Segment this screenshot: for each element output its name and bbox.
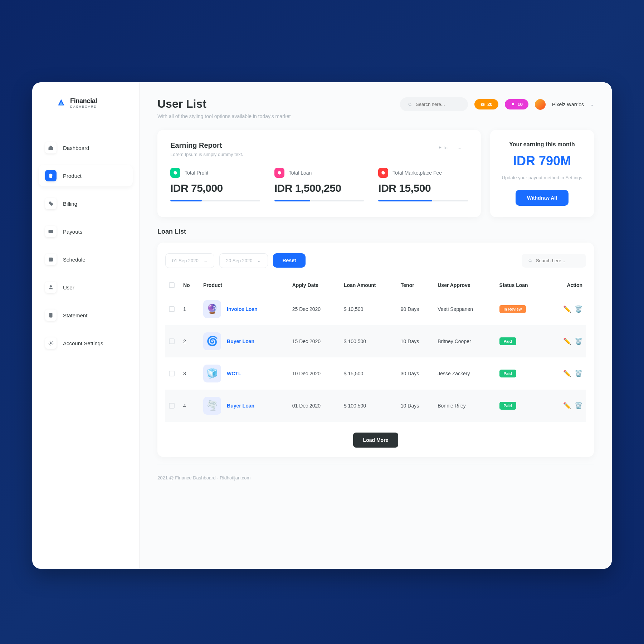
column-header: Action: [548, 277, 586, 293]
cell-no: 1: [180, 293, 200, 325]
metrics: Total ProfitIDR 75,000Total LoanIDR 1,50…: [170, 168, 468, 201]
cell-tenor: 10 Days: [397, 325, 434, 357]
column-header: No: [180, 277, 200, 293]
edit-icon[interactable]: ✏️: [563, 402, 571, 410]
product-name-link[interactable]: Invoice Loan: [227, 306, 258, 312]
gear-icon: [48, 340, 54, 346]
svg-point-10: [50, 342, 52, 344]
edit-icon[interactable]: ✏️: [563, 337, 571, 345]
sidebar: Financial Dashboard DashboardProductBill…: [32, 82, 140, 569]
main-content: User List With all of the styling tool o…: [140, 82, 612, 569]
cell-date: 15 Dec 2020: [289, 325, 340, 357]
metric-total-marketplace-fee: Total Marketplace FeeIDR 15,500: [378, 168, 468, 201]
cell-amount: $ 100,500: [340, 390, 397, 422]
row-checkbox[interactable]: [169, 371, 175, 376]
product-icon: 🌀: [203, 332, 221, 350]
sidebar-item-statement[interactable]: Statement: [39, 304, 133, 326]
row-checkbox[interactable]: [169, 338, 175, 344]
nav-label: User: [63, 284, 74, 291]
mail-badge[interactable]: 20: [474, 99, 498, 109]
product-name-link[interactable]: Buyer Loan: [227, 338, 254, 344]
sidebar-item-account-settings[interactable]: Account Settings: [39, 332, 133, 354]
row-checkbox[interactable]: [169, 306, 175, 312]
column-header: Tenor: [397, 277, 434, 293]
date-from-input[interactable]: 01 Sep 2020⌄: [165, 253, 214, 268]
metric-total-loan: Total LoanIDR 1,500,250: [274, 168, 364, 201]
withdraw-button[interactable]: Withdraw All: [516, 190, 569, 206]
metric-icon: [274, 168, 284, 178]
page-header: User List With all of the styling tool o…: [157, 97, 594, 119]
cell-tenor: 10 Days: [397, 390, 434, 422]
svg-rect-4: [49, 258, 53, 261]
cell-amount: $ 100,500: [340, 325, 397, 357]
chevron-down-icon[interactable]: ⌄: [590, 102, 594, 107]
sidebar-item-payouts[interactable]: Payouts: [39, 221, 133, 242]
wallet-icon: [48, 229, 54, 234]
sidebar-item-product[interactable]: Product: [39, 165, 133, 186]
delete-icon[interactable]: 🗑️: [575, 305, 582, 313]
edit-icon[interactable]: ✏️: [563, 305, 571, 313]
month-earning-card: Your earning this month IDR 790M Update …: [490, 130, 594, 217]
sidebar-item-user[interactable]: User: [39, 277, 133, 298]
search-field[interactable]: [536, 258, 580, 263]
metric-value: IDR 75,000: [170, 182, 260, 194]
notification-badge[interactable]: 10: [505, 99, 528, 109]
coins-icon: [48, 201, 54, 206]
row-checkbox[interactable]: [169, 403, 175, 409]
earning-title: Earning Report: [170, 141, 243, 150]
cell-no: 4: [180, 390, 200, 422]
cell-user: Veeti Seppanen: [434, 293, 496, 325]
edit-icon[interactable]: ✏️: [563, 370, 571, 377]
metric-value: IDR 15,500: [378, 182, 468, 194]
date-to-input[interactable]: 20 Sep 2020⌄: [219, 253, 268, 268]
nav-label: Statement: [63, 312, 87, 318]
cell-date: 25 Dec 2020: [289, 293, 340, 325]
nav-label: Schedule: [63, 257, 86, 263]
bell-icon: [511, 102, 516, 107]
app-shell: Financial Dashboard DashboardProductBill…: [32, 82, 612, 569]
cell-no: 3: [180, 357, 200, 390]
load-more-button[interactable]: Load More: [353, 433, 399, 448]
svg-point-17: [529, 259, 531, 262]
search-field[interactable]: [416, 102, 460, 107]
brand-logo: Financial Dashboard: [39, 97, 133, 108]
nav-label: Billing: [63, 201, 77, 207]
earning-report-card: Earning Report Lorem Ipsum is simply dum…: [157, 130, 481, 217]
brand-title: Financial: [70, 97, 97, 105]
search-input-top[interactable]: [400, 97, 468, 111]
delete-icon[interactable]: 🗑️: [575, 370, 582, 377]
cell-amount: $ 15,500: [340, 357, 397, 390]
cell-amount: $ 10,500: [340, 293, 397, 325]
metric-icon: [378, 168, 388, 178]
loan-list-card: 01 Sep 2020⌄ 20 Sep 2020⌄ Reset NoProduc…: [157, 243, 594, 457]
column-header: Product: [200, 277, 289, 293]
user-icon: [48, 284, 54, 290]
nav-label: Dashboard: [63, 145, 89, 151]
svg-line-18: [531, 261, 532, 262]
svg-point-3: [52, 231, 52, 232]
cell-date: 01 Dec 2020: [289, 390, 340, 422]
search-input-list[interactable]: [522, 254, 586, 268]
table-row: 1 🔮Invoice Loan 25 Dec 2020 $ 10,500 90 …: [165, 293, 586, 325]
delete-icon[interactable]: 🗑️: [575, 337, 582, 345]
logo-icon: [57, 98, 66, 108]
product-name-link[interactable]: WCTL: [227, 371, 241, 376]
nav-label: Account Settings: [63, 340, 103, 346]
mail-icon: [480, 102, 485, 107]
column-header: Apply Date: [289, 277, 340, 293]
sidebar-item-schedule[interactable]: Schedule: [39, 249, 133, 270]
select-all-checkbox[interactable]: [169, 282, 175, 288]
cell-no: 2: [180, 325, 200, 357]
sidebar-item-billing[interactable]: Billing: [39, 193, 133, 214]
column-header: Loan Amount: [340, 277, 397, 293]
delete-icon[interactable]: 🗑️: [575, 402, 582, 410]
product-name-link[interactable]: Buyer Loan: [227, 403, 254, 409]
avatar[interactable]: [535, 99, 546, 110]
status-badge: In Review: [499, 305, 526, 313]
svg-point-11: [409, 103, 411, 106]
filter-button[interactable]: Filter ⌄: [432, 141, 468, 154]
bag-icon: [48, 173, 54, 179]
reset-button[interactable]: Reset: [273, 253, 305, 268]
sidebar-item-dashboard[interactable]: Dashboard: [39, 137, 133, 158]
user-name: Pixelz Warrios: [552, 102, 584, 107]
